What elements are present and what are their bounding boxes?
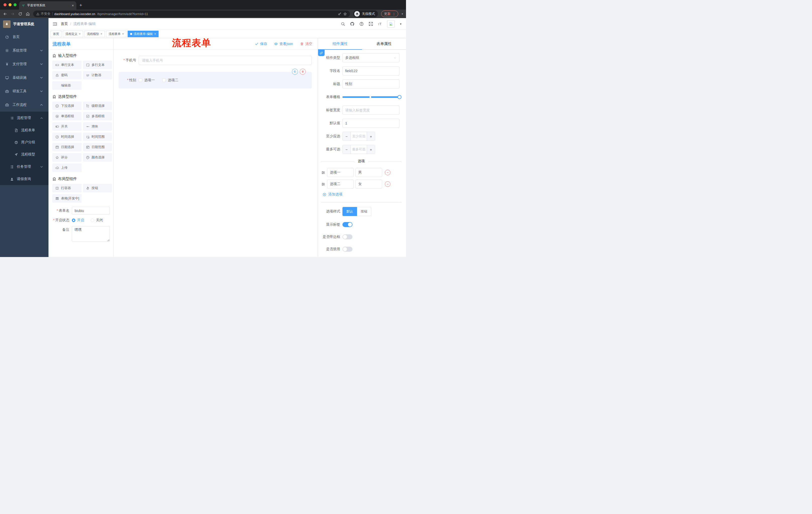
new-tab-button[interactable]: +: [79, 2, 82, 8]
tab-form-props[interactable]: 表单属性: [362, 38, 406, 49]
component-pill[interactable]: 编辑器: [52, 81, 82, 90]
sidebar-item-task-mgmt[interactable]: 任务管理: [0, 160, 49, 173]
option-value-input[interactable]: [355, 168, 382, 177]
sidebar-item-process-mgmt[interactable]: 流程管理: [0, 112, 49, 124]
tag-close-icon[interactable]: ×: [122, 32, 124, 36]
stepper-minus-button[interactable]: −: [343, 145, 351, 154]
view-json-button[interactable]: 查看json: [274, 42, 293, 46]
back-icon[interactable]: [3, 12, 7, 16]
sidebar-item-payment[interactable]: 支付管理: [0, 57, 49, 71]
tag-process-model[interactable]: 流程模型×: [84, 31, 105, 37]
tag-process-definition[interactable]: 流程定义×: [63, 31, 83, 37]
avatar[interactable]: [387, 20, 395, 28]
delete-component-button[interactable]: [300, 69, 306, 75]
component-pill[interactable]: 按钮: [83, 184, 112, 192]
component-pill[interactable]: 颜色选择: [83, 153, 112, 162]
sidebar-item-infra[interactable]: 基础设施: [0, 71, 49, 84]
drawing-board[interactable]: *手机号 *性别 选项一 选项二: [114, 50, 318, 257]
zoom-window-button[interactable]: [13, 3, 17, 6]
forward-icon[interactable]: [10, 12, 15, 16]
copy-component-button[interactable]: [292, 69, 298, 75]
max-select-stepper[interactable]: − 最多可选 +: [343, 145, 375, 154]
component-pill[interactable]: 时间选择: [52, 133, 82, 141]
avatar-caret-icon[interactable]: ▼: [400, 23, 402, 25]
tag-home[interactable]: 首页: [51, 31, 62, 37]
form-name-input[interactable]: [72, 207, 110, 215]
slider-track[interactable]: [343, 96, 400, 98]
component-pill[interactable]: 下拉选择: [52, 102, 82, 110]
checkbox-icon[interactable]: [162, 78, 166, 82]
address-bar[interactable]: 不安全 dashboard.yudao.iocoder.cn/bpm/manag…: [33, 10, 350, 17]
stepper-plus-button[interactable]: +: [367, 145, 375, 154]
checkbox-option-one[interactable]: 选项一: [139, 78, 155, 82]
option-style-button-button[interactable]: 按钮: [357, 207, 371, 216]
add-option-button[interactable]: 添加选项: [323, 192, 402, 197]
reload-icon[interactable]: [18, 12, 22, 16]
component-pill[interactable]: 级联选择: [83, 102, 112, 110]
save-button[interactable]: 保存: [255, 42, 267, 46]
title-input[interactable]: [343, 79, 400, 88]
default-value-input[interactable]: [343, 119, 400, 128]
bookmark-star-icon[interactable]: [343, 12, 347, 16]
component-type-select[interactable]: 多选框组: [343, 53, 400, 62]
tag-process-form[interactable]: 流程表单×: [106, 31, 126, 37]
label-width-input[interactable]: [343, 106, 400, 115]
fullscreen-icon[interactable]: [369, 22, 373, 26]
option-label-input[interactable]: [327, 168, 354, 177]
tag-close-icon[interactable]: ×: [79, 32, 81, 36]
form-remark-textarea[interactable]: 嘿嘿: [72, 226, 110, 242]
toolbar-caret-icon[interactable]: ▾: [402, 12, 403, 16]
sidebar-item-leave-query[interactable]: 请假查询: [0, 173, 49, 185]
tag-close-icon[interactable]: ×: [100, 32, 102, 36]
component-pill[interactable]: 密码: [52, 71, 82, 79]
status-radio-off[interactable]: 关闭: [91, 218, 103, 222]
key-icon[interactable]: [338, 12, 342, 16]
sidebar-item-system[interactable]: 系统管理: [0, 44, 49, 57]
component-pill[interactable]: 单行文本: [52, 61, 82, 69]
window-controls[interactable]: [3, 3, 17, 6]
component-pill[interactable]: 上传: [52, 163, 82, 172]
gender-field-selected[interactable]: *性别 选项一 选项二: [119, 72, 312, 88]
component-pill[interactable]: 行容器: [52, 184, 82, 192]
search-icon[interactable]: [341, 22, 345, 26]
slider-handle[interactable]: [398, 95, 402, 99]
tag-close-icon[interactable]: ×: [154, 32, 156, 36]
form-grid-slider[interactable]: [343, 92, 400, 102]
component-pill[interactable]: 多行文本: [83, 61, 112, 69]
sidebar-logo[interactable]: 芋道管理系统: [0, 18, 49, 30]
question-icon[interactable]: [359, 22, 364, 26]
browser-tab[interactable]: 芋道管理系统 ×: [19, 1, 76, 9]
component-pill[interactable]: 单选框组: [52, 112, 82, 120]
component-pill[interactable]: 日期范围: [83, 143, 112, 152]
breadcrumb-home[interactable]: 首页: [61, 22, 68, 26]
stepper-placeholder[interactable]: 最多可选: [351, 145, 367, 154]
component-pill[interactable]: 123 计数器: [83, 71, 112, 79]
disabled-switch[interactable]: [343, 247, 352, 252]
tag-process-form-edit[interactable]: 流程表单-编辑×: [127, 31, 158, 37]
remove-option-icon[interactable]: −: [385, 170, 390, 175]
checkbox-option-two[interactable]: 选项二: [162, 78, 178, 82]
min-select-stepper[interactable]: − 至少应选 +: [343, 132, 375, 141]
phone-field-row[interactable]: *手机号: [119, 56, 312, 65]
update-button[interactable]: 更新 ⋮: [381, 10, 398, 17]
minimize-window-button[interactable]: [8, 3, 11, 6]
sidebar-item-devtools[interactable]: 研发工具: [0, 84, 49, 98]
component-pill[interactable]: 多选框组: [83, 112, 112, 120]
home-icon[interactable]: [26, 12, 30, 16]
component-pill[interactable]: 滑块: [83, 122, 112, 131]
tab-close-icon[interactable]: ×: [72, 3, 74, 7]
kebab-menu-icon[interactable]: ⋮: [392, 12, 396, 16]
stepper-plus-button[interactable]: +: [367, 132, 375, 141]
component-pill[interactable]: 时间范围: [83, 133, 112, 141]
phone-input[interactable]: [139, 56, 312, 65]
sidebar-item-home[interactable]: 首页: [0, 30, 49, 44]
sidebar-item-process-form[interactable]: 流程表单: [0, 124, 49, 136]
clear-button[interactable]: 清空: [300, 42, 312, 46]
sidebar-item-user-group[interactable]: 用户分组: [0, 136, 49, 148]
field-name-input[interactable]: [343, 66, 400, 76]
hamburger-icon[interactable]: [53, 22, 57, 26]
border-switch[interactable]: [343, 234, 352, 239]
component-pill[interactable]: 评分: [52, 153, 82, 162]
font-size-icon[interactable]: TT: [378, 22, 382, 26]
component-pill[interactable]: 表格[开发中]: [52, 194, 82, 203]
